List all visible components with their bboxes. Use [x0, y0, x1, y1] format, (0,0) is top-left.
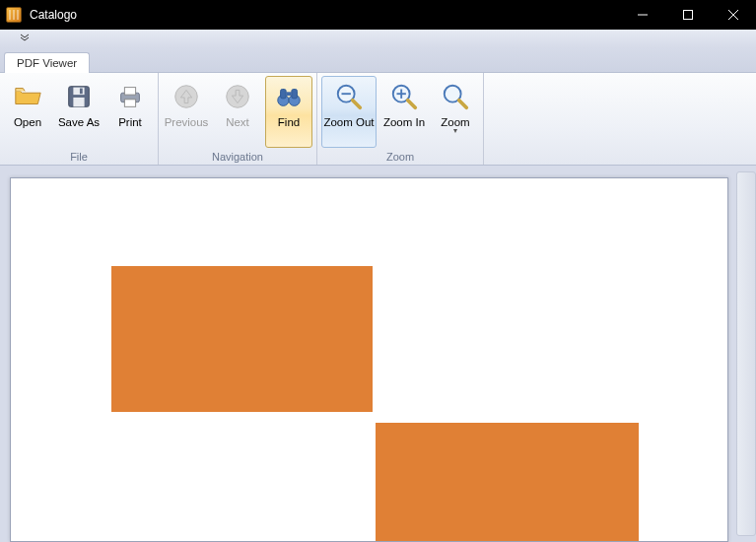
svg-rect-13 [292, 90, 298, 99]
svg-rect-6 [124, 88, 135, 96]
open-label: Open [14, 116, 41, 128]
svg-line-19 [408, 101, 416, 108]
page-content [11, 178, 727, 541]
arrow-down-circle-icon [222, 81, 253, 112]
app-icon [6, 7, 22, 23]
ribbon-group-navigation: Previous Next [159, 73, 317, 165]
titlebar: Catalogo [0, 0, 756, 30]
svg-line-23 [459, 101, 467, 108]
previous-button: Previous [163, 76, 210, 148]
chevron-double-down-icon [20, 33, 30, 42]
next-button: Next [214, 76, 261, 148]
zoom-out-icon [333, 81, 365, 112]
folder-open-icon [12, 81, 43, 112]
ribbon-group-zoom: Zoom Out Zoom In [317, 73, 484, 165]
svg-rect-4 [80, 89, 83, 95]
previous-label: Previous [165, 116, 209, 128]
maximize-icon [683, 10, 693, 20]
page-frame[interactable] [10, 177, 728, 542]
svg-rect-3 [73, 98, 84, 106]
svg-line-16 [353, 101, 361, 108]
zoom-out-button[interactable]: Zoom Out [321, 76, 377, 148]
print-button[interactable]: Print [106, 76, 154, 148]
svg-rect-7 [124, 100, 135, 107]
zoom-in-button[interactable]: Zoom In [380, 76, 428, 148]
svg-rect-0 [684, 11, 693, 20]
qat-customize-dropdown[interactable] [20, 33, 30, 44]
arrow-up-circle-icon [171, 81, 202, 112]
window-title: Catalogo [30, 8, 77, 22]
group-label-zoom: Zoom [321, 148, 479, 165]
find-button[interactable]: Find [265, 76, 312, 148]
ribbon: Open Save As [0, 73, 756, 166]
printer-icon [114, 81, 146, 112]
find-label: Find [278, 116, 300, 128]
content-block-2 [376, 423, 639, 542]
tab-pdf-viewer[interactable]: PDF Viewer [4, 52, 90, 73]
vertical-scrollbar[interactable] [736, 171, 756, 536]
close-icon [728, 10, 738, 20]
floppy-disk-icon [63, 81, 95, 112]
zoom-in-label: Zoom In [383, 116, 425, 128]
zoom-in-icon [388, 81, 420, 112]
save-as-label: Save As [58, 116, 100, 128]
svg-rect-12 [281, 90, 287, 99]
window-controls [620, 0, 756, 30]
save-as-button[interactable]: Save As [55, 76, 103, 148]
quick-access-toolbar [0, 30, 756, 47]
next-label: Next [226, 116, 249, 128]
ribbon-group-file: Open Save As [0, 73, 159, 165]
zoom-dropdown-button[interactable]: Zoom ▾ [432, 76, 479, 148]
chevron-down-icon: ▾ [453, 126, 457, 135]
zoom-out-label: Zoom Out [323, 116, 374, 128]
print-label: Print [118, 116, 142, 128]
magnifier-icon [440, 81, 471, 112]
minimize-icon [638, 10, 648, 20]
binoculars-icon [273, 81, 305, 112]
titlebar-left: Catalogo [0, 7, 77, 23]
svg-rect-14 [286, 92, 292, 96]
minimize-button[interactable] [620, 0, 665, 30]
close-button[interactable] [711, 0, 756, 30]
ribbon-tabs: PDF Viewer [0, 47, 756, 73]
maximize-button[interactable] [665, 0, 711, 30]
svg-rect-2 [73, 88, 84, 96]
group-label-file: File [4, 148, 154, 165]
pdf-viewer-area [0, 166, 756, 542]
group-label-navigation: Navigation [163, 148, 312, 165]
open-button[interactable]: Open [4, 76, 51, 148]
content-block-1 [111, 266, 373, 412]
